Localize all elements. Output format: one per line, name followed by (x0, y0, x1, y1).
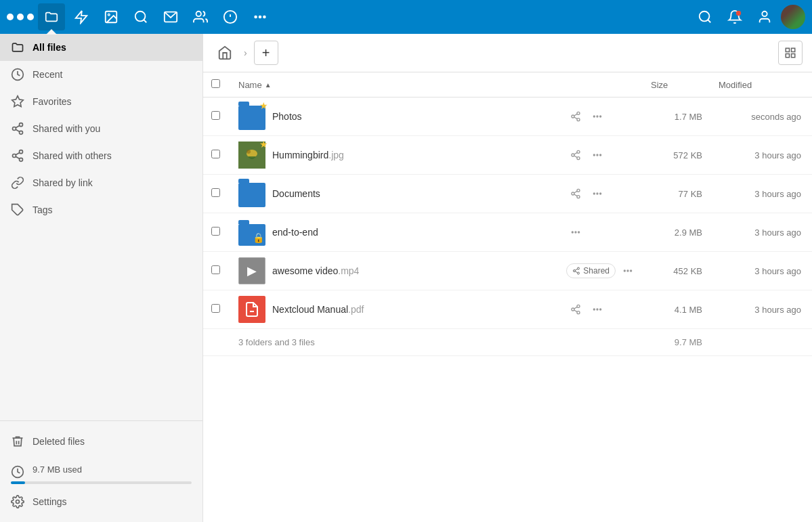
size-photos: 1.7 MB (643, 97, 710, 136)
sidebar-settings-label: Settings (33, 496, 67, 507)
app-logo[interactable] (7, 3, 34, 30)
svg-point-10 (700, 12, 710, 22)
nav-right-actions (691, 3, 805, 30)
sidebar-item-shared-by-link[interactable]: Shared by link (0, 169, 202, 196)
nav-search-button[interactable] (127, 3, 154, 30)
svg-line-3 (144, 20, 146, 22)
svg-point-9 (263, 16, 265, 18)
modified-nextcloud-manual: 3 hours ago (710, 290, 812, 329)
lock-icon: 🔒 (253, 232, 264, 243)
svg-point-12 (736, 11, 741, 16)
notifications-button[interactable] (721, 3, 748, 30)
content-area: › + (203, 34, 812, 522)
storage-progress-bar (11, 481, 192, 484)
svg-point-51 (600, 154, 601, 156)
user-menu-button[interactable] (751, 3, 778, 30)
sidebar-item-recent[interactable]: Recent (0, 61, 202, 88)
user-avatar[interactable] (781, 5, 805, 29)
more-button-hummingbird[interactable] (588, 146, 607, 165)
share-icon-hummingbird (570, 150, 581, 160)
svg-point-49 (594, 154, 595, 156)
more-button-awesome-video[interactable] (618, 261, 637, 280)
global-search-button[interactable] (691, 3, 719, 30)
modified-header-label: Modified (719, 80, 752, 90)
name-header-label: Name (238, 80, 262, 90)
add-new-button[interactable]: + (254, 41, 278, 65)
svg-point-23 (20, 158, 23, 161)
row-checkbox-hummingbird[interactable] (211, 150, 220, 158)
sidebar-item-deleted-files[interactable]: Deleted files (11, 429, 192, 454)
svg-line-76 (574, 307, 578, 309)
svg-line-75 (574, 310, 578, 312)
search-icon (698, 9, 712, 24)
sidebar-item-favorites[interactable]: Favorites (0, 88, 202, 115)
size-column-header[interactable]: Size (643, 72, 710, 97)
nav-more-button[interactable] (247, 3, 274, 30)
svg-point-38 (594, 116, 595, 117)
file-name-nextcloud-manual: Nextcloud Manual.pdf (272, 304, 364, 315)
table-row: 🔒 end-to-end (203, 213, 812, 252)
mail-nav-icon (163, 9, 178, 24)
row-checkbox-photos[interactable] (211, 111, 220, 120)
total-size: 9.7 MB (643, 329, 710, 356)
more-button-nextcloud-manual[interactable] (588, 300, 607, 319)
svg-point-22 (13, 154, 16, 158)
share-button-photos[interactable] (566, 107, 585, 126)
file-list-footer: 3 folders and 3 files 9.7 MB (203, 329, 812, 356)
share-button-hummingbird[interactable] (566, 146, 585, 165)
sidebar-bottom: Deleted files 9.7 MB used (0, 420, 202, 522)
sidebar-item-shared-with-others[interactable]: Shared with others (0, 142, 202, 169)
nav-mail-button[interactable] (157, 3, 184, 30)
row-checkbox-awesome-video[interactable] (211, 265, 220, 274)
trash-icon (11, 435, 24, 448)
sidebar-shared-by-link-label: Shared by link (33, 177, 93, 188)
sidebar-item-tags[interactable]: Tags (0, 196, 202, 223)
select-all-checkbox[interactable] (211, 79, 220, 88)
video-icon-shape: ▶ (238, 257, 265, 284)
storage-icon (11, 465, 24, 479)
svg-rect-31 (786, 54, 789, 58)
sidebar-item-settings[interactable]: Settings (11, 490, 192, 514)
svg-point-79 (600, 309, 601, 310)
svg-point-59 (600, 193, 601, 194)
share-button-documents[interactable] (566, 184, 585, 203)
svg-rect-29 (786, 48, 789, 51)
more-button-documents[interactable] (588, 184, 607, 203)
share-icon-documents (570, 188, 581, 199)
table-row: Documents (203, 175, 812, 213)
row-checkbox-nextcloud-manual[interactable] (211, 304, 220, 313)
sidebar-item-all-files[interactable]: All files (0, 34, 202, 61)
activity-nav-icon (74, 9, 89, 24)
svg-point-17 (13, 127, 16, 131)
modified-column-header[interactable]: Modified (710, 72, 812, 97)
more-button-photos[interactable] (588, 107, 607, 126)
svg-line-24 (16, 156, 20, 158)
share-button-nextcloud-manual[interactable] (566, 300, 585, 319)
svg-point-69 (627, 270, 628, 271)
sidebar-item-shared-with-you[interactable]: Shared with you (0, 115, 202, 142)
svg-rect-30 (792, 48, 795, 51)
nav-contacts-button[interactable] (187, 3, 214, 30)
nav-gallery-button[interactable] (98, 3, 125, 30)
nav-activity-button[interactable] (68, 3, 95, 30)
sort-arrow-icon: ▲ (265, 81, 272, 89)
view-toggle-button[interactable] (778, 41, 803, 65)
svg-point-62 (578, 232, 580, 233)
select-all-header (203, 72, 230, 97)
svg-point-65 (578, 272, 580, 274)
star-badge-hummingbird: ★ (259, 139, 268, 150)
more-button-end-to-end[interactable] (566, 223, 585, 242)
row-checkbox-documents[interactable] (211, 188, 220, 197)
svg-point-46 (577, 157, 580, 160)
nav-talk-button[interactable] (217, 3, 244, 30)
nav-files-button[interactable] (38, 3, 65, 30)
file-name-awesome-video: awesome video.mp4 (272, 265, 359, 276)
sidebar-all-files-label: All files (33, 42, 66, 53)
svg-line-37 (574, 114, 578, 116)
home-button[interactable] (213, 41, 237, 65)
row-checkbox-end-to-end[interactable] (211, 227, 220, 236)
breadcrumb-separator: › (244, 47, 247, 58)
star-icon (11, 95, 24, 108)
shared-badge-video: Shared (566, 263, 616, 278)
name-column-header[interactable]: Name ▲ (230, 72, 561, 97)
